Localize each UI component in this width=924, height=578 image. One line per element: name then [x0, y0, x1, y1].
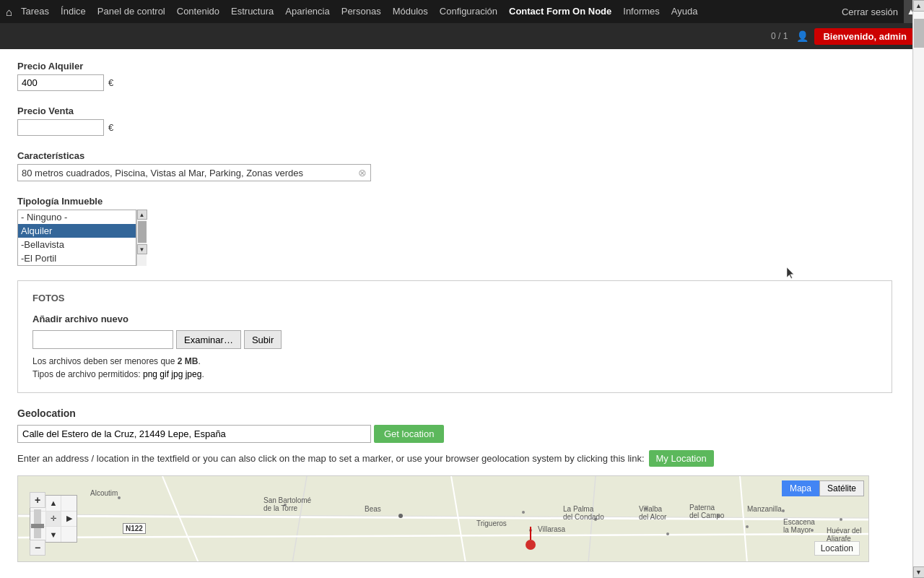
tipologia-option-el-portil[interactable]: -El Portil — [18, 251, 136, 265]
file-name-input[interactable] — [32, 330, 173, 349]
admin-bar: 0 / 1 👤 Bienvenido, admin — [0, 23, 924, 49]
nav-item-personas[interactable]: Personas — [336, 0, 387, 23]
file-input-row: Examinar… Subir — [32, 330, 877, 349]
map-svg — [18, 476, 869, 562]
nav-item-contenido[interactable]: Contenido — [171, 0, 225, 23]
map-nav-e[interactable]: ▶ — [61, 512, 77, 527]
right-scrollbar: ▲ ▼ — [912, 0, 924, 578]
geo-info-text: Enter an address / location in the textf… — [17, 450, 892, 467]
map-nav-center[interactable]: ✛ — [46, 512, 61, 527]
nav-item-contact-form[interactable]: Contact Form On Node — [503, 0, 617, 23]
geolocation-section: Geolocation Get location Enter an addres… — [17, 407, 892, 562]
nav-item-modulos[interactable]: Módulos — [387, 0, 434, 23]
map-label-la-palma: La Palmadel Condado — [563, 505, 604, 521]
svg-point-16 — [666, 532, 669, 535]
caracteristicas-clear-icon[interactable]: ⊗ — [358, 167, 367, 178]
nav-item-tareas[interactable]: Tareas — [15, 0, 55, 23]
add-file-label: Añadir archivo nuevo — [32, 314, 877, 324]
map-label-san-bartolome: San Bartoloméde la Torre — [263, 496, 311, 512]
map-nav-ne[interactable] — [61, 496, 77, 511]
nav-item-estructura[interactable]: Estructura — [225, 0, 279, 23]
zoom-in-button[interactable]: + — [30, 492, 45, 508]
welcome-text: Bienvenido, — [823, 31, 876, 42]
precio-venta-label: Precio Venta — [17, 105, 892, 116]
precio-venta-row: € — [17, 119, 892, 136]
welcome-badge: Bienvenido, admin — [814, 28, 915, 45]
precio-alquiler-label: Precio Alquiler — [17, 61, 892, 72]
zoom-track[interactable] — [34, 509, 41, 538]
tipologia-scrollbar: ▲ ▼ — [136, 210, 147, 266]
browse-button[interactable]: Examinar… — [176, 330, 241, 349]
map-label-trigueros: Trigueros — [476, 519, 507, 527]
map-container[interactable]: Alcoutim San Bartoloméde la Torre Beas T… — [17, 475, 869, 562]
file-types-label: Tipos de archivo permitidos: — [32, 369, 141, 379]
admin-username: admin — [879, 31, 907, 42]
caracteristicas-label: Características — [17, 150, 892, 161]
svg-point-21 — [840, 518, 842, 521]
top-navigation: ⌂ Tareas Índice Panel de control Conteni… — [0, 0, 924, 23]
get-location-button[interactable]: Get location — [374, 425, 444, 443]
map-label-alcoutim: Alcoutim — [90, 489, 118, 497]
svg-point-19 — [782, 509, 785, 512]
geo-input-row: Get location — [17, 425, 892, 443]
tipologia-scroll-down[interactable]: ▼ — [137, 244, 147, 254]
geo-address-input[interactable] — [17, 425, 371, 443]
tipologia-section: Tipología Inmueble - Ninguno - Alquiler … — [17, 196, 892, 266]
precio-venta-input[interactable] — [17, 119, 104, 136]
tipologia-select-container: - Ninguno - Alquiler -Bellavista -El Por… — [17, 210, 892, 266]
scrollbar-thumb[interactable] — [914, 19, 924, 48]
svg-point-12 — [522, 511, 525, 514]
user-icon: 👤 — [796, 30, 808, 42]
file-info-text: Los archivos deben ser menores que — [32, 356, 175, 366]
tipologia-scroll-thumb[interactable] — [138, 221, 147, 243]
geolocation-label: Geolocation — [17, 407, 892, 419]
caracteristicas-input[interactable]: 80 metros cuadrados, Piscina, Vistas al … — [17, 164, 371, 181]
map-label-paterna: Paternadel Campo — [689, 504, 724, 519]
scrollbar-track[interactable] — [914, 12, 924, 566]
map-view-mapa-button[interactable]: Mapa — [782, 480, 819, 496]
home-icon[interactable]: ⌂ — [6, 6, 12, 18]
precio-alquiler-input[interactable] — [17, 74, 104, 91]
svg-point-9 — [118, 496, 121, 499]
tipologia-option-ninguno[interactable]: - Ninguno - — [18, 210, 136, 224]
nav-item-configuracion[interactable]: Configuración — [434, 0, 503, 23]
max-size: 2 MB — [178, 356, 199, 366]
precio-alquiler-row: € — [17, 74, 892, 91]
task-count: 0 / 1 — [771, 31, 788, 41]
precio-venta-section: Precio Venta € — [17, 105, 892, 136]
nav-item-ayuda[interactable]: Ayuda — [666, 0, 704, 23]
file-types: png gif jpg jpeg — [143, 369, 201, 379]
location-badge: Location — [814, 541, 860, 556]
my-location-button[interactable]: My Location — [649, 450, 714, 467]
nav-item-indice[interactable]: Índice — [55, 0, 92, 23]
main-content: Precio Alquiler € Precio Venta € Caracte… — [0, 49, 910, 578]
tipologia-list: - Ninguno - Alquiler -Bellavista -El Por… — [18, 210, 136, 265]
zoom-thumb[interactable] — [31, 524, 44, 528]
svg-point-11 — [398, 514, 403, 518]
nav-item-informes[interactable]: Informes — [617, 0, 666, 23]
map-nav-se[interactable] — [61, 527, 77, 542]
cerrar-sesion-link[interactable]: Cerrar sesión — [836, 7, 904, 17]
tipologia-scroll-up[interactable]: ▲ — [137, 210, 147, 220]
map-nav-s[interactable]: ▼ — [46, 527, 61, 542]
road-n122-label: N122 — [123, 523, 146, 534]
zoom-control: + − — [30, 492, 45, 556]
upload-button[interactable]: Subir — [244, 330, 282, 349]
map-view-toggle: Mapa Satélite — [782, 480, 864, 496]
map-label-beas: Beas — [365, 505, 381, 513]
map-view-satelite-button[interactable]: Satélite — [819, 480, 864, 496]
tipologia-select[interactable]: - Ninguno - Alquiler -Bellavista -El Por… — [17, 210, 136, 266]
scrollbar-down[interactable]: ▼ — [913, 566, 925, 578]
map-label-manzanilla: Manzanilla — [747, 505, 782, 513]
scrollbar-up[interactable]: ▲ — [913, 0, 925, 12]
zoom-out-button[interactable]: − — [30, 540, 45, 556]
nav-item-panel[interactable]: Panel de control — [92, 0, 171, 23]
map-nav-n[interactable]: ▲ — [46, 496, 61, 511]
nav-item-apariencia[interactable]: Apariencia — [279, 0, 335, 23]
map-label-hueva: Huévar delAljarafe — [827, 527, 861, 543]
tipologia-option-bellavista[interactable]: -Bellavista — [18, 238, 136, 251]
precio-alquiler-currency: € — [108, 77, 113, 88]
svg-point-22 — [526, 540, 536, 550]
map-label-villalba: Villalbadel Alcor — [639, 505, 666, 521]
tipologia-option-alquiler[interactable]: Alquiler — [18, 224, 136, 238]
